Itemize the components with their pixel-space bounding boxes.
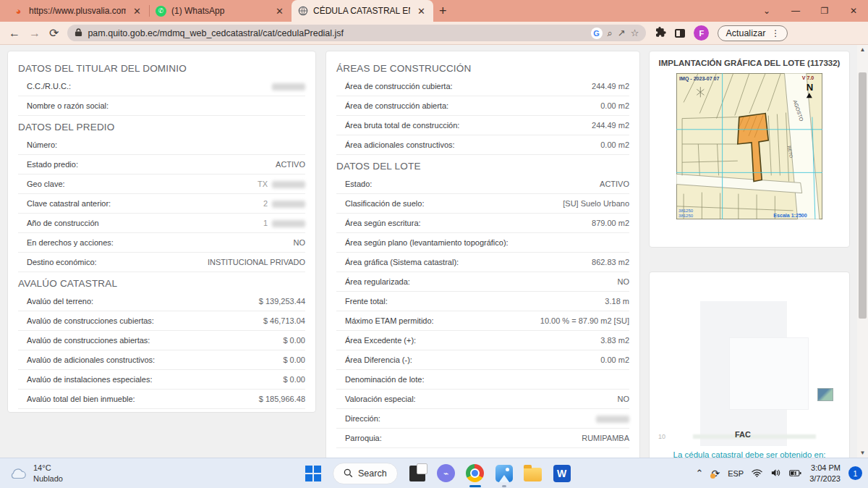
field-row: Año de construcción1 xyxy=(18,214,305,233)
field-row: Frente total:3.18 m xyxy=(336,292,629,311)
field-label: Máximo ETAM permitido: xyxy=(345,316,434,325)
update-label: Actualizar xyxy=(726,28,765,38)
field-value: 0.00 m2 xyxy=(600,101,629,110)
tab-cedula-catastral[interactable]: CÉDULA CATASTRAL EN UNIPRO ✕ xyxy=(292,0,433,22)
field-value: 3.18 m xyxy=(605,297,629,306)
tab-close-icon[interactable]: ✕ xyxy=(273,6,286,17)
cedula-note-link[interactable]: La cédula catastral debe ser obtenido en… xyxy=(650,450,849,458)
onedrive-sync-icon[interactable]: ⟳ xyxy=(711,468,720,479)
new-tab-button[interactable]: + xyxy=(439,4,447,19)
field-value: NO xyxy=(294,238,306,247)
zoom-search-icon[interactable]: ⌕ xyxy=(608,28,613,39)
section-title: AVALÚO CATASTRAL xyxy=(18,272,305,292)
side-panel-icon[interactable] xyxy=(675,29,685,38)
tab-search-icon[interactable]: ⌄ xyxy=(752,6,781,16)
minimize-button[interactable]: — xyxy=(781,6,810,16)
field-label: Estado: xyxy=(345,180,372,188)
field-label: Avalúo de construcciones abiertas: xyxy=(27,336,150,345)
scroll-up-icon[interactable]: ▲ xyxy=(857,46,868,53)
globe-favicon-icon xyxy=(297,6,308,17)
field-value: 244.49 m2 xyxy=(592,82,629,91)
profile-avatar[interactable]: F xyxy=(694,25,709,41)
redaction-smudge xyxy=(272,220,305,227)
map-coordinate-label: 381250 xyxy=(678,209,694,213)
tab-strip: ◕ https://www.plusvalia.com/panel ✕ ✆ (1… xyxy=(0,0,868,22)
section-title: DATOS DEL PREDIO xyxy=(18,116,305,135)
tab-whatsapp[interactable]: ✆ (1) WhatsApp ✕ xyxy=(150,0,292,22)
running-app-indicator xyxy=(502,485,506,487)
hidden-icons-chevron-icon[interactable]: ⌃ xyxy=(696,468,704,479)
field-value xyxy=(592,414,629,423)
section-title: DATOS DEL TITULAR DEL DOMINIO xyxy=(18,57,305,77)
reload-icon[interactable]: ⟳ xyxy=(49,28,59,39)
snip-app-button[interactable] xyxy=(408,464,427,483)
field-label: Área Diferencia (-): xyxy=(345,356,412,364)
file-explorer-button[interactable] xyxy=(524,464,542,483)
restore-button[interactable]: ❐ xyxy=(810,6,839,16)
field-label: Geo clave: xyxy=(27,180,65,188)
map-thumbnail xyxy=(817,388,833,401)
field-label: Área regularizada: xyxy=(345,277,410,286)
search-box[interactable]: Search xyxy=(333,463,398,484)
field-label: Área adicionales constructivos: xyxy=(345,140,455,149)
north-compass-label: N xyxy=(807,82,813,93)
weather-widget[interactable]: 14°C Nublado xyxy=(0,463,159,484)
field-row: Área de construcción cubierta:244.49 m2 xyxy=(336,77,629,96)
field-label: Estado predio: xyxy=(27,160,78,169)
scroll-down-icon[interactable]: ▼ xyxy=(857,450,868,456)
field-label: Clave catastral anterior: xyxy=(27,199,111,208)
redaction-smudge xyxy=(272,201,305,208)
start-button[interactable] xyxy=(304,464,323,483)
share-icon[interactable]: ↗ xyxy=(618,28,626,38)
field-label: Área de construcción cubierta: xyxy=(345,82,453,91)
address-bar[interactable]: pam.quito.gob.ec/mdmq_web_cedcatastral/c… xyxy=(67,25,646,41)
volume-icon[interactable] xyxy=(770,467,781,480)
redacted-fragment: 2 xyxy=(263,199,268,208)
close-button[interactable]: ✕ xyxy=(839,6,868,16)
field-row: Avalúo de construcciones abiertas:$ 0.00 xyxy=(18,331,305,350)
back-icon[interactable]: ← xyxy=(9,28,20,39)
tab-close-icon[interactable]: ✕ xyxy=(131,6,143,17)
chrome-menu-icon[interactable]: ⋮ xyxy=(771,28,780,38)
extensions-puzzle-icon[interactable] xyxy=(655,26,666,40)
chat-app-button[interactable]: ⌁ xyxy=(437,464,456,483)
field-value: $ 0.00 xyxy=(283,336,305,345)
scrollbar-thumb[interactable] xyxy=(859,72,867,319)
field-row: Avalúo total del bien inmueble:$ 185,966… xyxy=(18,390,305,409)
taskbar-clock[interactable]: 3:04 PM 3/7/2023 xyxy=(809,463,841,484)
tab-title: https://www.plusvalia.com/panel xyxy=(29,6,126,16)
window-controls: ⌄ — ❐ ✕ xyxy=(752,0,868,22)
bookmark-star-icon[interactable]: ☆ xyxy=(631,28,639,38)
page-content: DATOS DEL TITULAR DEL DOMINIOC.C./R.U.C.… xyxy=(0,45,868,458)
language-indicator[interactable]: ESP xyxy=(728,469,744,478)
notification-badge[interactable]: 1 xyxy=(848,466,862,480)
field-value: ACTIVO xyxy=(276,160,305,169)
wifi-icon[interactable] xyxy=(752,467,762,480)
word-app-button[interactable]: W xyxy=(553,464,571,483)
tab-close-icon[interactable]: ✕ xyxy=(415,6,427,17)
field-row: Parroquia:RUMIPAMBA xyxy=(336,429,629,448)
vertical-scrollbar[interactable]: ▲ ▼ xyxy=(857,45,868,458)
field-value: 0.00 m2 xyxy=(600,356,629,364)
field-label: Área bruta total de construcción: xyxy=(345,121,459,130)
battery-icon[interactable] xyxy=(789,467,801,480)
photos-app-button[interactable] xyxy=(495,464,514,483)
active-app-indicator xyxy=(469,485,481,487)
field-value: 244.49 m2 xyxy=(592,121,629,130)
faint-number: 10 xyxy=(658,433,665,440)
field-value xyxy=(268,82,305,91)
field-row: En derechos y acciones:NO xyxy=(18,233,305,253)
forward-icon[interactable]: → xyxy=(29,28,41,39)
field-label: Avalúo total del bien inmueble: xyxy=(27,395,135,403)
redaction-smudge xyxy=(596,416,629,423)
update-chrome-button[interactable]: Actualizar ⋮ xyxy=(718,25,788,41)
field-label: Avalúo de instalaciones especiales: xyxy=(27,375,152,384)
field-row: Estado predio:ACTIVO xyxy=(18,155,305,174)
cloud-icon xyxy=(9,466,27,481)
field-label: Año de construcción xyxy=(27,219,99,227)
chrome-app-button[interactable] xyxy=(466,464,485,483)
google-g-icon[interactable]: G xyxy=(591,28,603,39)
field-label: Área según plano (levantamiento topográf… xyxy=(345,238,509,247)
field-row: Destino económico:INSTITUCIONAL PRIVADO xyxy=(18,253,305,272)
tab-plusvalia[interactable]: ◕ https://www.plusvalia.com/panel ✕ xyxy=(7,0,149,22)
